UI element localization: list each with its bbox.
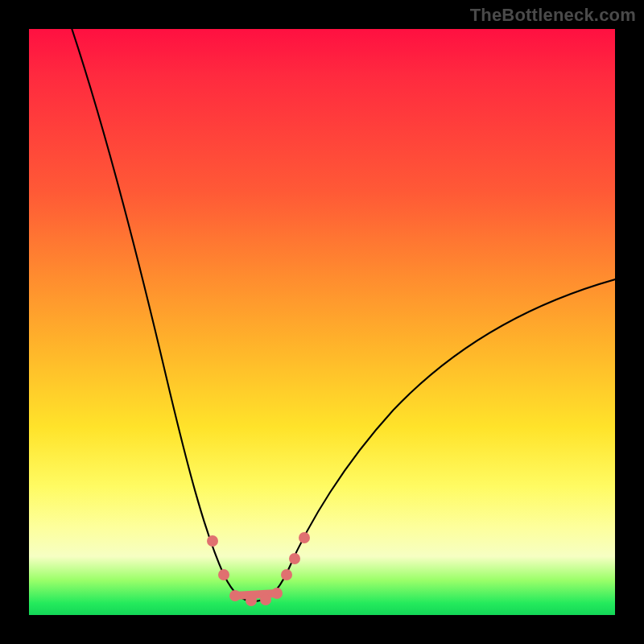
curve-marker: [207, 535, 218, 547]
curve-left-branch: [71, 29, 253, 601]
curve-marker: [271, 588, 283, 599]
curve-marker: [229, 590, 241, 601]
curve-marker: [260, 594, 271, 605]
plot-area: [29, 29, 615, 615]
curve-marker: [289, 553, 300, 564]
bottleneck-curve-svg: [29, 29, 615, 615]
watermark-text: TheBottleneck.com: [470, 5, 636, 26]
curve-marker: [246, 595, 257, 606]
curve-marker: [281, 569, 292, 580]
curve-marker: [218, 569, 229, 580]
curve-marker: [299, 532, 310, 543]
marker-connector: [235, 593, 277, 596]
curve-right-branch: [253, 279, 615, 601]
